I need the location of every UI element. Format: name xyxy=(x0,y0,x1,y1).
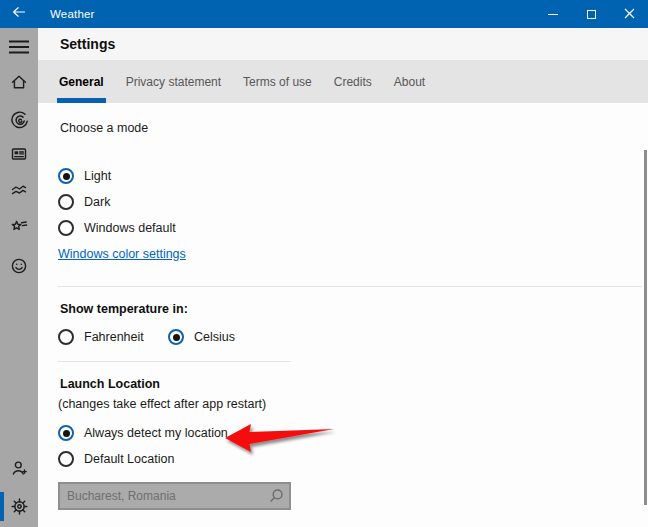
vertical-scrollbar[interactable] xyxy=(644,150,647,505)
radio-label: Celsius xyxy=(194,330,235,344)
app-title: Weather xyxy=(50,8,95,20)
sidebar-item-sign-in[interactable] xyxy=(0,455,38,485)
section-divider xyxy=(58,286,642,287)
radio-option-always-detect[interactable]: Always detect my location xyxy=(58,425,228,441)
tab-credits[interactable]: Credits xyxy=(334,60,372,103)
page-header: Settings xyxy=(38,28,648,60)
settings-page: Settings General Privacy statement Terms… xyxy=(38,28,648,527)
sidebar-item-maps[interactable] xyxy=(0,107,38,137)
radio-option-windows-default[interactable]: Windows default xyxy=(58,220,176,236)
sidebar-item-favorites[interactable] xyxy=(0,214,38,244)
sidebar-item-send-feedback[interactable] xyxy=(0,253,38,283)
person-add-icon xyxy=(10,459,28,481)
titlebar: Weather xyxy=(0,0,648,28)
mode-section-heading: Choose a mode xyxy=(60,121,148,135)
sidebar-item-historical-weather[interactable] xyxy=(0,177,38,207)
location-section-heading: Launch Location xyxy=(60,377,160,391)
sidebar-item-forecast[interactable] xyxy=(0,69,38,99)
radio-label: Light xyxy=(84,169,111,183)
radio-label: Fahrenheit xyxy=(84,330,144,344)
radio-option-default-location[interactable]: Default Location xyxy=(58,451,174,467)
radio-label: Default Location xyxy=(84,452,174,466)
minimize-button[interactable] xyxy=(534,0,572,28)
gear-icon xyxy=(10,497,29,520)
windows-color-settings-link[interactable]: Windows color settings xyxy=(58,247,186,261)
red-annotation-arrow xyxy=(222,421,340,457)
search-icon xyxy=(263,488,289,504)
radio-option-dark[interactable]: Dark xyxy=(58,194,110,210)
tab-about[interactable]: About xyxy=(394,60,425,103)
close-button[interactable] xyxy=(610,0,648,28)
maximize-icon xyxy=(587,10,596,19)
back-arrow-icon xyxy=(11,5,27,23)
tab-general[interactable]: General xyxy=(59,60,104,103)
radio-option-light[interactable]: Light xyxy=(58,168,111,184)
radio-button-windows-default xyxy=(58,220,74,236)
star-list-icon xyxy=(10,218,29,240)
hamburger-icon xyxy=(9,40,29,58)
radio-button-light xyxy=(58,168,74,184)
home-icon xyxy=(10,73,28,95)
tab-privacy-statement[interactable]: Privacy statement xyxy=(126,60,221,103)
radio-label: Dark xyxy=(84,195,110,209)
radio-option-celsius[interactable]: Celsius xyxy=(168,329,235,345)
minimize-icon xyxy=(548,14,558,15)
maximize-button[interactable] xyxy=(572,0,610,28)
sidebar-item-news[interactable] xyxy=(0,141,38,171)
sidebar xyxy=(0,28,38,527)
news-card-icon xyxy=(10,145,28,167)
general-tab-content: Choose a mode Light Dark Windows default… xyxy=(38,103,648,527)
sidebar-item-settings[interactable] xyxy=(0,493,38,523)
weather-app-window: Weather xyxy=(0,0,648,527)
location-search-input[interactable] xyxy=(60,489,263,503)
radio-label: Windows default xyxy=(84,221,176,235)
radio-button-default-location xyxy=(58,451,74,467)
page-title: Settings xyxy=(60,36,115,52)
line-chart-icon xyxy=(10,181,28,203)
location-section-note: (changes take effect after app restart) xyxy=(58,397,266,411)
radio-button-celsius xyxy=(168,329,184,345)
back-button[interactable] xyxy=(0,0,38,28)
smiley-icon xyxy=(10,257,28,279)
temperature-section-heading: Show temperature in: xyxy=(60,302,188,316)
radio-button-fahrenheit xyxy=(58,329,74,345)
section-divider xyxy=(58,361,291,362)
location-search-box[interactable] xyxy=(58,482,291,510)
radar-swirl-icon xyxy=(10,111,29,134)
tab-terms-of-use[interactable]: Terms of use xyxy=(243,60,312,103)
hamburger-menu-button[interactable] xyxy=(0,34,38,64)
radio-option-fahrenheit[interactable]: Fahrenheit xyxy=(58,329,144,345)
radio-label: Always detect my location xyxy=(84,426,228,440)
radio-button-always-detect xyxy=(58,425,74,441)
close-icon xyxy=(624,5,635,23)
settings-tabstrip: General Privacy statement Terms of use C… xyxy=(38,60,648,103)
radio-button-dark xyxy=(58,194,74,210)
